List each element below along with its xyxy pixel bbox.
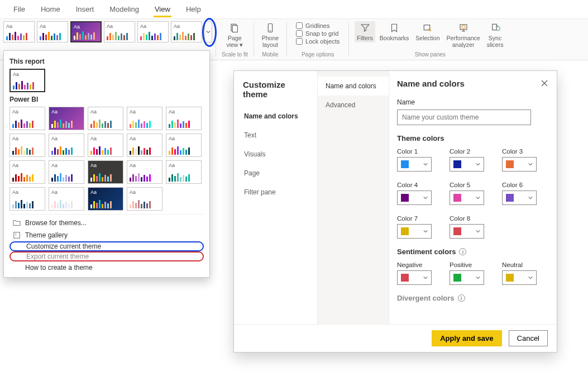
theme-thumb[interactable]: Aa [171,21,202,42]
themes-dropdown-panel: This report Aa Power BI AaAaAaAaAaAaAaAa… [3,50,210,60]
section-this-report: This report [9,58,204,60]
bookmarks-pane-button[interactable]: Bookmarks [377,21,412,42]
ribbon-group-show-panes: Filters Bookmarks Selection Performance … [352,21,508,58]
phone-layout-button[interactable]: Phone layout [260,21,281,49]
ribbon-group-page-options: Gridlines Snap to grid Lock objects Page… [290,21,345,58]
checkbox-lock[interactable]: Lock objects [296,38,340,45]
themes-dropdown-button[interactable] [204,21,212,42]
theme-thumb[interactable]: Aa [137,21,169,42]
selection-pane-button[interactable]: Selection [413,21,442,42]
checkbox-gridlines[interactable]: Gridlines [296,22,340,29]
svg-rect-1 [233,26,238,32]
menu-view[interactable]: View [147,2,178,17]
menu-home[interactable]: Home [33,2,68,17]
menu-file[interactable]: File [6,2,33,17]
ribbon-group-mobile: Phone layout Mobile [257,21,283,58]
filters-pane-button[interactable]: Filters [355,21,375,42]
ribbon-group-scale: Page view ▾ Scale to fit [219,21,250,58]
menubar: File Home Insert Modeling View Help [0,0,588,19]
checkbox-snap[interactable]: Snap to grid [296,30,340,37]
menu-help[interactable]: Help [178,2,209,17]
themes-gallery-strip: Aa Aa Aa Aa Aa Aa [3,21,212,42]
sync-slicers-button[interactable]: Sync slicers [485,21,506,49]
svg-rect-7 [492,24,496,30]
theme-thumb-selected[interactable]: Aa [70,21,102,42]
page-view-button[interactable]: Page view ▾ [224,21,245,49]
svg-point-6 [462,26,465,29]
menu-insert[interactable]: Insert [68,2,102,17]
theme-thumb[interactable]: Aa [37,21,68,42]
performance-analyzer-button[interactable]: Performance analyzer [444,21,482,49]
theme-thumb[interactable]: Aa [104,21,135,42]
menu-modeling[interactable]: Modeling [102,2,147,17]
theme-thumb[interactable]: Aa [3,21,35,42]
